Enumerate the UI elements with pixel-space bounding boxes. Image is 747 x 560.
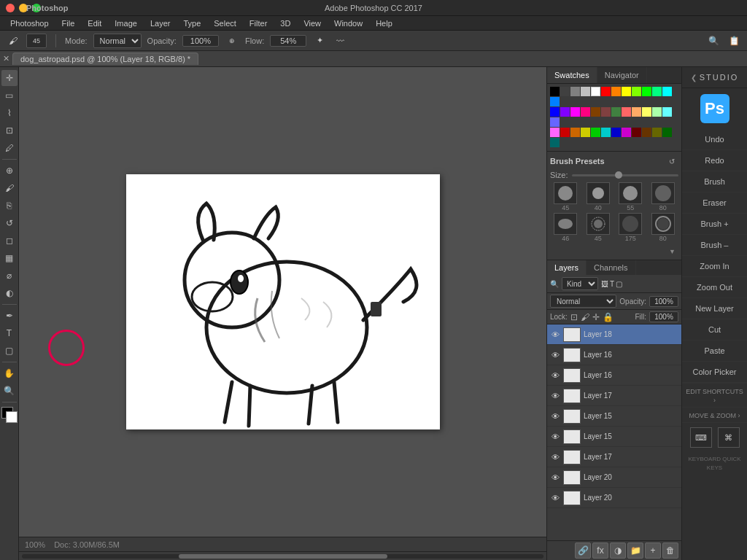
studio-redo[interactable]: Redo <box>682 150 747 171</box>
blur-tool[interactable]: ⌀ <box>1 268 18 284</box>
menu-window[interactable]: Window <box>328 18 368 29</box>
brush-preset-7[interactable]: 175 <box>615 213 646 242</box>
brush-size-icon[interactable]: 45 <box>26 34 47 48</box>
brush-presets-reset[interactable]: ↺ <box>665 155 678 168</box>
h-scroll-thumb[interactable] <box>179 554 387 559</box>
swatch-lightcyan[interactable] <box>662 107 672 117</box>
menu-edit[interactable]: Edit <box>82 18 107 29</box>
brush-preset-5[interactable]: 46 <box>550 213 581 242</box>
studio-paste[interactable]: Paste <box>682 341 747 362</box>
studio-zoom-in[interactable]: Zoom In <box>682 256 747 277</box>
layer-eye-16b[interactable]: 👁 <box>550 370 560 381</box>
airbrush-icon[interactable]: ✦ <box>312 34 327 48</box>
swatch-navy[interactable] <box>550 107 560 117</box>
menu-3d[interactable]: 3D <box>274 18 296 29</box>
dodge-tool[interactable]: ◐ <box>1 285 18 301</box>
layer-eye-15b[interactable]: 👁 <box>550 432 560 442</box>
new-layer-button[interactable]: + <box>645 542 661 559</box>
studio-brush-plus[interactable]: Brush + <box>682 214 747 235</box>
brush-preset-6[interactable]: 45 <box>583 213 614 242</box>
lock-position[interactable]: ✛ <box>592 312 600 322</box>
canvas-container[interactable] <box>19 67 546 537</box>
tab-layers[interactable]: Layers <box>547 260 587 275</box>
brush-size-slider[interactable] <box>572 174 678 176</box>
swatch-lime[interactable] <box>632 87 641 96</box>
swatch-salmon[interactable] <box>622 107 631 117</box>
swatch-brown[interactable] <box>591 107 600 117</box>
h-scrollbar[interactable] <box>19 551 546 560</box>
delete-layer-button[interactable]: 🗑 <box>662 542 678 559</box>
layer-item-15a[interactable]: 👁 Layer 15 <box>547 406 681 427</box>
swatch-blue[interactable] <box>550 97 560 106</box>
layer-item-20b[interactable]: 👁 Layer 20 <box>547 488 681 508</box>
swatch-gray[interactable] <box>570 87 580 96</box>
move-tool[interactable]: ✛ <box>1 70 18 86</box>
swatch-verydarkgreen[interactable] <box>662 128 672 137</box>
tab-navigator[interactable]: Navigator <box>597 67 647 83</box>
brush-preset-8[interactable]: 80 <box>648 213 679 242</box>
swatch-darkpurple[interactable] <box>622 128 631 137</box>
zoom-tool[interactable]: 🔍 <box>1 383 18 399</box>
select-lasso-tool[interactable]: ⌇ <box>1 105 18 121</box>
swatch-lightgray[interactable] <box>581 87 590 96</box>
layer-eye-20a[interactable]: 👁 <box>550 472 560 483</box>
swatch-darkyellow[interactable] <box>581 128 590 137</box>
brush-size-thumb[interactable] <box>615 171 622 179</box>
layer-link-button[interactable]: 🔗 <box>575 542 591 559</box>
layer-fx-button[interactable]: fx <box>592 542 608 559</box>
layer-item-16b[interactable]: 👁 Layer 16 <box>547 365 681 386</box>
studio-color-picker[interactable]: Color Picker <box>682 362 747 383</box>
history-icon[interactable]: 📋 <box>727 34 741 48</box>
blend-mode-dropdown[interactable]: Normal <box>550 295 616 308</box>
swatch-verydarkbrown[interactable] <box>642 128 651 137</box>
brush-preset-1[interactable]: 45 <box>550 182 581 211</box>
lock-all[interactable]: 🔒 <box>603 312 614 322</box>
brush-preset-4[interactable]: 80 <box>648 182 679 211</box>
swatch-verydarkgold[interactable] <box>652 128 662 137</box>
menu-help[interactable]: Help <box>370 18 398 29</box>
crop-tool[interactable]: ⊡ <box>1 122 18 139</box>
brush-scroll-indicator[interactable]: ▼ <box>550 245 678 257</box>
heal-tool[interactable]: ⊕ <box>1 163 18 179</box>
flow-value[interactable]: 54% <box>270 35 306 47</box>
opacity-value[interactable]: 100% <box>182 35 219 47</box>
tab-swatches[interactable]: Swatches <box>547 67 597 83</box>
close-button[interactable] <box>6 4 15 12</box>
brush-tool-icon[interactable]: 🖌 <box>6 34 20 48</box>
tab-close-x[interactable]: ✕ <box>3 54 9 63</box>
cmd-icon[interactable]: ⌘ <box>718 427 740 448</box>
swatch-magenta[interactable] <box>570 107 580 117</box>
kind-filter-type[interactable]: T <box>610 280 614 288</box>
swatch-darkred[interactable] <box>560 128 570 137</box>
layer-item-20a[interactable]: 👁 Layer 20 <box>547 467 681 488</box>
gradient-tool[interactable]: ▦ <box>1 250 18 266</box>
swatch-yellow[interactable] <box>622 87 631 96</box>
studio-eraser[interactable]: Eraser <box>682 192 747 214</box>
layer-item-17b[interactable]: 👁 Layer 17 <box>547 447 681 467</box>
menu-image[interactable]: Image <box>109 18 143 29</box>
opacity-value-layers[interactable]: 100% <box>649 296 678 307</box>
shape-tool[interactable]: ▢ <box>1 343 18 359</box>
document-tab[interactable]: dog_astropad.psd @ 100% (Layer 18, RGB/8… <box>12 52 198 65</box>
menu-view[interactable]: View <box>298 18 327 29</box>
swatch-teal[interactable] <box>652 87 662 96</box>
swatch-darkblue[interactable] <box>611 128 621 137</box>
swatch-darkorange[interactable] <box>570 128 580 137</box>
layer-group-button[interactable]: 📁 <box>627 542 643 559</box>
swatch-darkgreen[interactable] <box>591 128 600 137</box>
eraser-tool[interactable]: ◻ <box>1 233 18 249</box>
layer-eye-16a[interactable]: 👁 <box>550 350 560 360</box>
swatch-darkgray[interactable] <box>560 87 570 96</box>
kind-dropdown[interactable]: Kind <box>562 277 598 290</box>
swatch-olive[interactable] <box>611 107 621 117</box>
swatch-cyan[interactable] <box>662 87 672 96</box>
studio-zoom-out[interactable]: Zoom Out <box>682 277 747 298</box>
layer-eye-15a[interactable]: 👁 <box>550 411 560 421</box>
fg-bg-colors[interactable] <box>1 407 18 423</box>
layer-item-17a[interactable]: 👁 Layer 17 <box>547 386 681 406</box>
text-tool[interactable]: T <box>1 325 18 341</box>
drawing-canvas[interactable] <box>126 174 440 429</box>
fill-value[interactable]: 100% <box>649 311 678 322</box>
smoothing-icon[interactable]: 〰 <box>333 34 347 48</box>
menu-layer[interactable]: Layer <box>144 18 177 29</box>
